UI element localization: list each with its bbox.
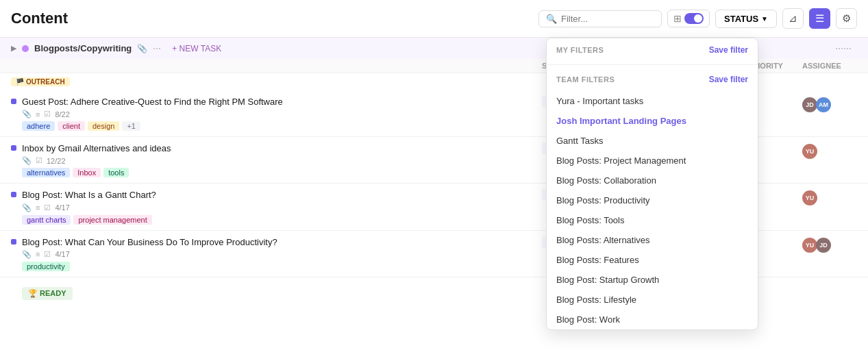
page-title: Content [11, 10, 538, 27]
task-indicator [11, 99, 16, 104]
tag-adhere[interactable]: adhere [22, 121, 55, 131]
save-filter-team-button[interactable]: Save filter [709, 75, 748, 84]
list-view-button[interactable]: ☰ [809, 8, 830, 29]
checklist-count: 12/22 [47, 157, 66, 165]
list-item[interactable]: Yura - Important tasks [547, 91, 758, 111]
list-item[interactable]: Blog Post: Work [547, 310, 758, 329]
list-item[interactable]: Blog Posts: Collaboration [547, 171, 758, 190]
dropdown-items: Yura - Important tasksJosh Important Lan… [547, 91, 758, 329]
collapse-sections-icon: ⋯⋯ [835, 44, 852, 53]
list-item[interactable]: Blog Posts: Tools [547, 210, 758, 230]
attach-icon: 📎 [22, 203, 32, 212]
tag-design[interactable]: design [88, 121, 119, 131]
my-filters-section: MY FILTERS Save filter [547, 38, 758, 62]
settings-button[interactable]: ⚙ [836, 8, 857, 29]
list-item[interactable]: Blog Post: Startup Growth [547, 270, 758, 290]
task-tags: alternatives Inbox tools [22, 168, 542, 177]
checklist-count: 8/22 [55, 110, 69, 118]
task-content: Blog Post: What Can Your Business Do To … [22, 236, 542, 271]
task-title[interactable]: Guest Post: Adhere Creative-Quest to Fin… [22, 96, 542, 108]
outreach-label: OUTREACH [26, 78, 65, 86]
task-meta: 📎 ≡ ☑ 8/22 [22, 110, 542, 118]
toggle-switch[interactable] [684, 13, 704, 24]
menu-icon: ≡ [36, 250, 40, 258]
checklist-icon: ☑ [44, 203, 51, 212]
ready-badge: 🏆 READY [22, 287, 73, 300]
team-filters-section: TEAM FILTERS Save filter [547, 68, 758, 91]
task-meta: 📎 ≡ ☑ 4/17 [22, 250, 542, 259]
grid-icon: ⊞ [673, 13, 682, 24]
filters-dropdown: MY FILTERS Save filter TEAM FILTERS Save… [546, 38, 758, 330]
task-assignee: JD AM [802, 96, 857, 112]
list-item[interactable]: Blog Posts: Project Management [547, 151, 758, 171]
task-indicator [11, 145, 16, 151]
attach-icon: 📎 [22, 250, 32, 259]
task-tags: gantt charts project management [22, 215, 542, 225]
list-icon: ☰ [815, 12, 824, 25]
status-label: STATUS [724, 14, 758, 24]
avatar: YU [802, 190, 817, 205]
save-filter-my-button[interactable]: Save filter [709, 45, 748, 55]
task-assignee: YU [802, 189, 857, 205]
tag-tools[interactable]: tools [103, 168, 129, 177]
tag-productivity[interactable]: productivity [22, 262, 70, 271]
filter-icon: ⊿ [789, 12, 797, 25]
task-title[interactable]: Blog Post: What Is a Gantt Chart? [22, 189, 542, 201]
filter-input[interactable] [561, 14, 654, 24]
tag-client[interactable]: client [58, 121, 85, 131]
gear-icon: ⚙ [842, 12, 851, 25]
task-meta: 📎 ☑ 12/22 [22, 156, 542, 165]
view-toggle-wrap: ⊞ [667, 10, 710, 27]
task-indicator [11, 192, 16, 197]
task-indicator [11, 239, 16, 245]
checklist-icon: ☑ [44, 110, 51, 118]
tag-project-management[interactable]: project management [73, 215, 151, 225]
task-content: Blog Post: What Is a Gantt Chart? 📎 ≡ ☑ … [22, 189, 542, 224]
list-item[interactable]: Blog Posts: Features [547, 250, 758, 270]
list-item[interactable]: Blog Posts: Alternatives [547, 230, 758, 250]
team-filters-label: TEAM FILTERS [556, 75, 615, 84]
filter-button[interactable]: ⊿ [782, 8, 804, 29]
outreach-badge: 🏴 OUTREACH [11, 77, 70, 86]
menu-icon: ≡ [36, 110, 40, 118]
avatar: JD [802, 97, 817, 112]
tag-inbox[interactable]: Inbox [73, 168, 101, 177]
task-tags: productivity [22, 262, 542, 271]
task-title[interactable]: Blog Post: What Can Your Business Do To … [22, 236, 542, 249]
group-menu-icon: ⋯ [153, 44, 161, 53]
status-button[interactable]: STATUS ▼ [715, 10, 777, 28]
col-assignee-label: ASSIGNEE [802, 62, 857, 70]
team-filters-header: TEAM FILTERS Save filter [556, 75, 748, 84]
list-item[interactable]: Blog Posts: Productivity [547, 190, 758, 210]
tag-alternatives[interactable]: alternatives [22, 168, 70, 177]
filter-wrap[interactable]: 🔍 [538, 10, 662, 27]
tag-more[interactable]: +1 [122, 121, 140, 131]
list-item[interactable]: Josh Important Landing Pages [547, 111, 758, 131]
tag-gantt-charts[interactable]: gantt charts [22, 215, 71, 225]
task-content: Inbox by Gmail Alternatives and ideas 📎 … [22, 142, 542, 177]
header-controls: 🔍 ⊞ STATUS ▼ ⊿ ☰ ⚙ [538, 8, 857, 29]
search-icon: 🔍 [546, 14, 557, 24]
attach-icon: 📎 [22, 156, 32, 165]
task-content: Guest Post: Adhere Creative-Quest to Fin… [22, 96, 542, 131]
checklist-count: 4/17 [55, 203, 69, 212]
avatar: AM [816, 97, 831, 112]
task-assignee: YU JD [802, 236, 857, 253]
task-assignee: YU [802, 142, 857, 159]
task-title[interactable]: Inbox by Gmail Alternatives and ideas [22, 142, 542, 155]
my-filters-header: MY FILTERS Save filter [556, 45, 748, 55]
list-item[interactable]: Gantt Tasks [547, 131, 758, 151]
group-attach-icon: 📎 [137, 44, 147, 53]
list-item[interactable]: Blog Posts: Lifestyle [547, 290, 758, 310]
section-divider [547, 64, 758, 65]
group-toggle[interactable]: ▶ [11, 44, 16, 53]
group-dot [22, 45, 29, 52]
new-task-button[interactable]: + NEW TASK [172, 44, 221, 53]
avatar: YU [802, 238, 817, 253]
menu-icon: ≡ [36, 203, 40, 212]
avatar: JD [816, 238, 831, 253]
task-tags: adhere client design +1 [22, 121, 542, 131]
checklist-icon: ☑ [36, 156, 42, 165]
chevron-down-icon: ▼ [761, 15, 768, 23]
checklist-icon: ☑ [44, 250, 51, 259]
